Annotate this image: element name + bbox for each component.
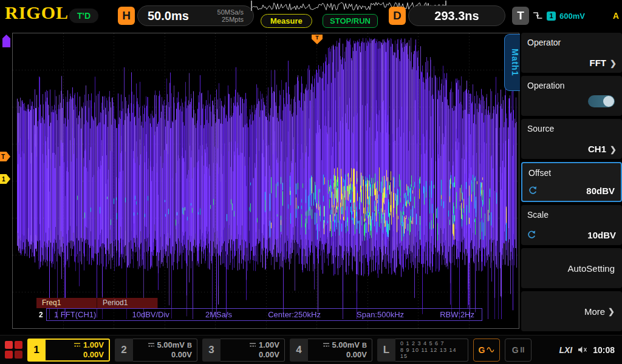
channel-4-bandwidth-flag: B	[362, 342, 367, 349]
trigger-source-chip: 1	[547, 12, 556, 21]
channel-2-values: 5.00mV B 0.00V	[133, 339, 197, 362]
trigger-slope-icon	[533, 11, 543, 21]
la-row-0-7: 0 1 2 3 4 5 6 7	[400, 340, 445, 346]
stop-run-button[interactable]: STOP/RUN	[323, 14, 378, 28]
toggle-knob	[603, 96, 614, 107]
operator-value: FFT	[590, 58, 607, 68]
menu-grid-icon[interactable]	[5, 341, 22, 359]
fft-sample-rate: 2MSa/s	[205, 310, 232, 319]
channel-1-offset: 0.00V	[83, 350, 104, 359]
acquisition-info: 50MSa/s 25Mpts	[217, 8, 244, 23]
timebase-pill[interactable]: 50.0ms 50MSa/s 25Mpts	[137, 5, 254, 26]
math-position-label: 2	[39, 311, 43, 319]
chevron-right-icon: ❯	[610, 59, 617, 68]
trigger-icon[interactable]: T	[512, 7, 529, 25]
operation-label: Operation	[527, 81, 564, 90]
fft-span: Span:500kHz	[357, 310, 404, 319]
rigol-logo: RIGOL	[5, 2, 69, 23]
channel-4-values: 5.00mV B 0.00V	[308, 339, 372, 362]
memory-depth: 25Mpts	[222, 16, 244, 23]
timebase-value: 50.0ms	[148, 9, 189, 23]
la-row-8-15: 8 9 10 11 12 13 14 15	[400, 347, 463, 359]
fft-source: 1 FFT(CH1)	[54, 310, 96, 319]
source-value: CH1	[588, 144, 606, 154]
source-label: Source	[527, 124, 554, 133]
channel-1-badge: 1	[27, 339, 46, 362]
scale-label: Scale	[527, 210, 549, 220]
more-label: More	[584, 306, 605, 317]
gen1-status[interactable]: G	[473, 339, 500, 362]
autosetting-label: AutoSetting	[567, 263, 615, 274]
sine-wave-icon	[487, 346, 494, 353]
operator-label: Operator	[527, 38, 561, 47]
operation-toggle-on[interactable]	[588, 95, 615, 107]
measure-tag-freq[interactable]: Freq1	[36, 298, 97, 308]
measure-button[interactable]: Measure	[261, 14, 312, 28]
channel-2-bandwidth-flag: B	[187, 342, 192, 349]
gen1-label: G	[479, 345, 485, 355]
gen2-status[interactable]: G II	[505, 339, 531, 362]
dc-coupling-icon	[323, 342, 330, 348]
fft-rbw: RBW:2Hz	[440, 310, 474, 319]
menu-item-autosetting[interactable]: AutoSetting	[521, 248, 622, 288]
gen2-suffix: II	[521, 346, 525, 354]
logic-analyzer-status[interactable]: L 0 1 2 3 4 5 6 7 8 9 10 11 12 13 14 15	[377, 339, 468, 362]
channel-3-values: 1.00V 0.00V	[220, 339, 285, 362]
offset-value: 80dBV	[586, 186, 615, 196]
trigger-level-value: 600mV	[559, 12, 585, 21]
math-offset-marker[interactable]	[2, 35, 10, 47]
speaker-mute-icon[interactable]	[578, 346, 587, 354]
oscilloscope-screen: RIGOL T'D H 50.0ms 50MSa/s 25Mpts Measur…	[0, 0, 622, 364]
scale-value: 10dBV	[587, 230, 616, 240]
chevron-right-icon: ❯	[608, 307, 615, 316]
menu-item-source[interactable]: Source CH1 ❯	[521, 119, 622, 159]
channel-4-badge: 4	[290, 339, 308, 362]
clock: 10:08	[593, 345, 615, 355]
channel-3-status[interactable]: 3 1.00V 0.00V	[202, 339, 285, 362]
channel-1-scale: 1.00V	[83, 340, 104, 349]
delay-pill[interactable]: 293.3ns	[408, 5, 505, 26]
sample-rate: 50MSa/s	[217, 8, 244, 16]
channel-2-badge: 2	[115, 339, 133, 362]
channel-3-offset: 0.00V	[259, 350, 279, 359]
channel-4-offset: 0.00V	[346, 350, 367, 359]
menu-item-more[interactable]: More ❯	[521, 291, 622, 331]
trigger-level-marker[interactable]: T	[0, 152, 10, 161]
fft-status-bar: 1 FFT(CH1) 10dBV/Div 2MSa/s Center:250kH…	[46, 308, 482, 321]
channel-1-values: 1.00V 0.00V	[46, 339, 110, 362]
channel-4-scale: 5.00mV	[332, 340, 360, 349]
fft-vertical-scale: 10dBV/Div	[132, 310, 169, 319]
la-badge: L	[377, 339, 395, 362]
menu-item-operator[interactable]: Operator FFT ❯	[521, 33, 622, 73]
ch1-offset-marker[interactable]: 1	[0, 174, 10, 184]
channel-4-status[interactable]: 4 5.00mV B 0.00V	[290, 339, 372, 362]
fft-center-frequency: Center:250kHz	[268, 310, 321, 319]
menu-item-operation[interactable]: Operation	[521, 76, 622, 116]
rotary-knob-icon	[528, 186, 538, 195]
dc-coupling-icon	[249, 342, 256, 348]
channel-status-bar: 1 1.00V 0.00V 2 5.00mV B 0.00V 3	[0, 335, 622, 364]
menu-item-offset[interactable]: Offset 80dBV	[521, 162, 622, 202]
horizontal-icon[interactable]: H	[118, 7, 135, 25]
measure-tags: Freq1 Period1	[36, 298, 158, 308]
math-menu: Operator FFT ❯ Operation Source CH1 ❯ Of…	[521, 33, 622, 331]
system-status: LXI 10:08	[559, 345, 617, 355]
lxi-indicator: LXI	[559, 345, 572, 355]
delay-icon[interactable]: D	[389, 7, 406, 25]
trigger-status-badge: T'D	[69, 8, 98, 23]
gen2-label: G	[512, 345, 519, 355]
channel-1-status[interactable]: 1 1.00V 0.00V	[27, 339, 110, 362]
trigger-info[interactable]: 1 600mV A	[533, 7, 619, 25]
tab-math1[interactable]: Math1	[504, 34, 520, 91]
la-channels: 0 1 2 3 4 5 6 7 8 9 10 11 12 13 14 15	[395, 339, 468, 362]
channel-2-status[interactable]: 2 5.00mV B 0.00V	[115, 339, 197, 362]
dc-coupling-icon	[73, 342, 81, 348]
channel-2-offset: 0.00V	[171, 350, 192, 359]
offset-label: Offset	[528, 168, 551, 178]
chevron-right-icon: ❯	[610, 145, 617, 154]
menu-item-scale[interactable]: Scale 10dBV	[521, 205, 622, 245]
fft-canvas	[12, 33, 519, 329]
measure-tag-period[interactable]: Period1	[97, 298, 158, 308]
dc-coupling-icon	[148, 342, 155, 348]
trigger-sweep-mode: A	[613, 11, 619, 21]
